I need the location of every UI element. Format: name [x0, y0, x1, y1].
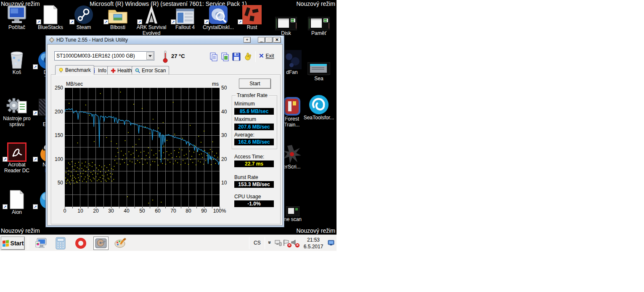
- quicklaunch-display-properties[interactable]: [34, 237, 49, 250]
- x-axis-tickmark: [181, 207, 181, 208]
- desktop-icon-label: správu: [0, 121, 34, 127]
- desktop-icon-label: Nástroje pro: [0, 116, 34, 121]
- pin-button[interactable]: +: [244, 37, 251, 43]
- aion-icon: ➚: [0, 188, 34, 209]
- right-axis-tick-label: 20: [221, 156, 234, 162]
- copy-to-clipboard-button[interactable]: [209, 52, 219, 62]
- desktop-icon-seatools[interactable]: SeaToolsfor...: [302, 94, 336, 121]
- start-benchmark-button[interactable]: Start: [239, 79, 271, 89]
- desktop-icon-disk[interactable]: Disk: [269, 9, 303, 36]
- x-axis-tickmark: [72, 207, 73, 208]
- language-indicator[interactable]: CS: [254, 240, 261, 246]
- toolbar-separator: [255, 51, 256, 62]
- desktop-icon-label: Blbosti: [101, 24, 135, 30]
- nastroje-icon: [0, 95, 34, 116]
- shortcut-arrow-icon: ➚: [33, 204, 38, 209]
- desktop-icon-crystaldisk[interactable]: ➚CrystalDiskI...: [201, 3, 235, 30]
- maximum-value: 207.6 MB/sec: [234, 124, 274, 130]
- combo-dropdown-arrow-icon[interactable]: [146, 52, 154, 60]
- hdtune-app-icon: [49, 37, 55, 43]
- x-axis-tickmark: [103, 207, 104, 208]
- network-tray-icon[interactable]: [274, 239, 282, 247]
- cpu-usage-value: -1.0%: [234, 200, 274, 207]
- quicklaunch-calculator[interactable]: [53, 237, 68, 250]
- shortcut-arrow-icon: ➚: [69, 19, 74, 24]
- desktop-icon-kos[interactable]: Koš: [0, 48, 34, 75]
- windows-flag-icon: [2, 240, 9, 247]
- x-axis-tick-label: 70: [165, 208, 182, 214]
- desktop-icon-steam[interactable]: ➚Steam: [67, 3, 101, 30]
- x-axis-tick-label: 20: [87, 208, 104, 214]
- access-time-label: Access Time:: [234, 154, 264, 160]
- desktop: Nouzový režim Nouzový režim Microsoft (R…: [0, 0, 337, 251]
- x-axis-tick-label: 30: [103, 208, 119, 214]
- x-axis-tick-label: 60: [149, 208, 166, 214]
- x-axis-tick-label: 100%: [211, 208, 228, 214]
- calculator-icon: [55, 237, 66, 250]
- crystaldisk-icon: ➚: [201, 3, 235, 24]
- quicklaunch-opera[interactable]: [73, 237, 88, 250]
- shortcut-arrow-icon: ➚: [103, 19, 109, 24]
- safe-mode-label-bottom-right: Nouzový režim: [296, 227, 335, 234]
- show-desktop-icon: [328, 240, 334, 246]
- tab-benchmark[interactable]: Benchmark: [55, 65, 94, 75]
- maximize-button[interactable]: □: [265, 37, 273, 43]
- sea-icon: [302, 55, 336, 76]
- copy-screenshot-button[interactable]: [220, 52, 231, 62]
- maximum-label: Maximum: [234, 116, 256, 122]
- volume-muted-tray-icon[interactable]: ✕: [291, 239, 298, 247]
- tab-health[interactable]: Health: [107, 66, 135, 74]
- x-axis-tick-label: 90: [196, 208, 212, 214]
- shortcut-arrow-icon: ➚: [33, 157, 38, 162]
- desktop-icon-rust[interactable]: ➚Rust: [235, 3, 269, 30]
- exit-button[interactable]: ✕ Exit: [259, 52, 274, 60]
- desktop-icon-pocitac[interactable]: Počítač: [0, 3, 34, 30]
- desktop-icon-aion[interactable]: ➚Aion: [0, 188, 34, 215]
- desktop-icon-ark[interactable]: ➚ARK SurvivalEvolved: [135, 3, 168, 36]
- shortcut-arrow-icon: ➚: [33, 110, 38, 116]
- paint-icon: [114, 237, 127, 249]
- quicklaunch-paint[interactable]: [113, 237, 128, 250]
- bluestacks-icon: ➚: [34, 3, 67, 24]
- tray-clock[interactable]: 21:53 6.5.2017: [301, 237, 326, 250]
- magnifier-icon: [135, 68, 140, 73]
- x-axis-tickmark: [111, 207, 111, 208]
- tab-error-scan[interactable]: Error Scan: [132, 66, 169, 74]
- drive-select-combobox[interactable]: ST1000DM003-1ER162 (1000 GB): [54, 51, 154, 61]
- show-desktop-button[interactable]: [327, 238, 335, 247]
- benchmark-chart: [65, 88, 220, 207]
- quicklaunch-hdtune[interactable]: [93, 237, 109, 250]
- options-button[interactable]: [243, 52, 253, 62]
- desktop-icon-sea[interactable]: Sea: [302, 55, 336, 82]
- x-axis-tickmark: [96, 207, 96, 208]
- access-time-value: 22.7 ms: [234, 160, 274, 167]
- x-axis-tickmark: [142, 207, 143, 208]
- tray-separator-right: [265, 237, 265, 249]
- close-button[interactable]: ✕: [273, 37, 281, 43]
- right-axis-tick-label: 50: [221, 85, 234, 91]
- desktop-icon-bluestacks[interactable]: ➚BlueStacks: [34, 3, 67, 30]
- desktop-icon-nastroje[interactable]: Nástroje prosprávu: [0, 95, 34, 127]
- drive-select-value: ST1000DM003-1ER162 (1000 GB): [55, 53, 146, 59]
- desktop-icon-pamet[interactable]: Paměť: [302, 9, 336, 36]
- x-axis-tickmark: [196, 207, 197, 208]
- window-titlebar[interactable]: HD Tune 2.55 - Hard Disk Utility + _ □ ✕: [47, 36, 283, 44]
- bulb-icon: [58, 68, 64, 73]
- display-properties-icon: [35, 237, 48, 249]
- x-axis-tickmark: [212, 207, 212, 208]
- drive-temperature: 27 °C: [171, 53, 185, 59]
- tray-expand-chevron-icon[interactable]: »: [267, 241, 273, 244]
- minimize-button[interactable]: _: [258, 37, 265, 43]
- x-axis-tickmark: [127, 207, 127, 208]
- save-button[interactable]: [232, 52, 242, 62]
- desktop-icon-label: Sea: [302, 76, 336, 82]
- health-cross-icon: [111, 68, 116, 73]
- start-menu-button[interactable]: Start: [1, 237, 25, 250]
- desktop-icon-label: Fallout 4: [168, 24, 202, 30]
- desktop-icon-fallout4[interactable]: ➚Fallout 4: [168, 3, 202, 30]
- action-center-tray-icon[interactable]: ✕: [283, 239, 290, 247]
- desktop-icon-blbosti[interactable]: ➚Blbosti: [101, 3, 135, 30]
- desktop-icon-acrobat[interactable]: ➚AcrobatReader DC: [0, 141, 34, 174]
- x-axis-tickmark: [158, 207, 158, 208]
- x-axis-tick-label: 40: [118, 208, 135, 214]
